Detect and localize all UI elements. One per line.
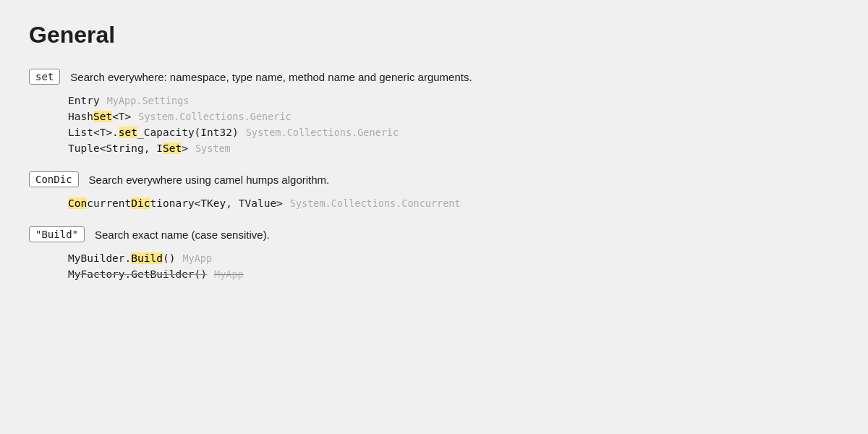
section-desc-set: Search everywhere: namespace, type name,… (70, 71, 472, 83)
section-condic: ConDicSearch everywhere using camel hump… (29, 171, 839, 209)
section-desc-condic: Search everywhere using camel humps algo… (89, 174, 330, 186)
result-namespace: System.Collections.Generic (138, 111, 291, 122)
result-namespace: MyApp.Settings (107, 95, 190, 106)
result-name: Entry (68, 95, 100, 106)
list-item[interactable]: ConcurrentDictionary<TKey, TValue>System… (68, 197, 839, 209)
section-set: setSearch everywhere: namespace, type na… (29, 69, 839, 154)
section-desc-build: Search exact name (case sensitive). (95, 229, 270, 241)
result-name: List<T>.set_Capacity(Int32) (68, 127, 239, 138)
result-name: ConcurrentDictionary<TKey, TValue> (68, 197, 283, 209)
result-namespace: MyApp (182, 252, 212, 264)
list-item[interactable]: MyFactory.GetBuilder()MyApp (68, 268, 839, 280)
list-item[interactable]: List<T>.set_Capacity(Int32)System.Collec… (68, 127, 839, 138)
result-name: Tuple<String, ISet> (68, 142, 188, 154)
result-name: HashSet<T> (68, 111, 131, 122)
result-name: MyBuilder.Build() (68, 252, 175, 264)
badge-set: set (29, 69, 60, 85)
page-title: General (29, 22, 839, 48)
section-build: "Build"Search exact name (case sensitive… (29, 226, 839, 280)
result-namespace: System (195, 142, 231, 154)
badge-condic: ConDic (29, 171, 79, 187)
result-namespace: MyApp (214, 268, 244, 280)
list-item[interactable]: MyBuilder.Build()MyApp (68, 252, 839, 264)
list-item[interactable]: Tuple<String, ISet>System (68, 142, 839, 154)
result-name: MyFactory.GetBuilder() (68, 268, 207, 280)
result-namespace: System.Collections.Concurrent (290, 197, 461, 209)
badge-build: "Build" (29, 226, 85, 242)
result-namespace: System.Collections.Generic (246, 127, 399, 138)
list-item[interactable]: EntryMyApp.Settings (68, 95, 839, 106)
list-item[interactable]: HashSet<T>System.Collections.Generic (68, 111, 839, 122)
